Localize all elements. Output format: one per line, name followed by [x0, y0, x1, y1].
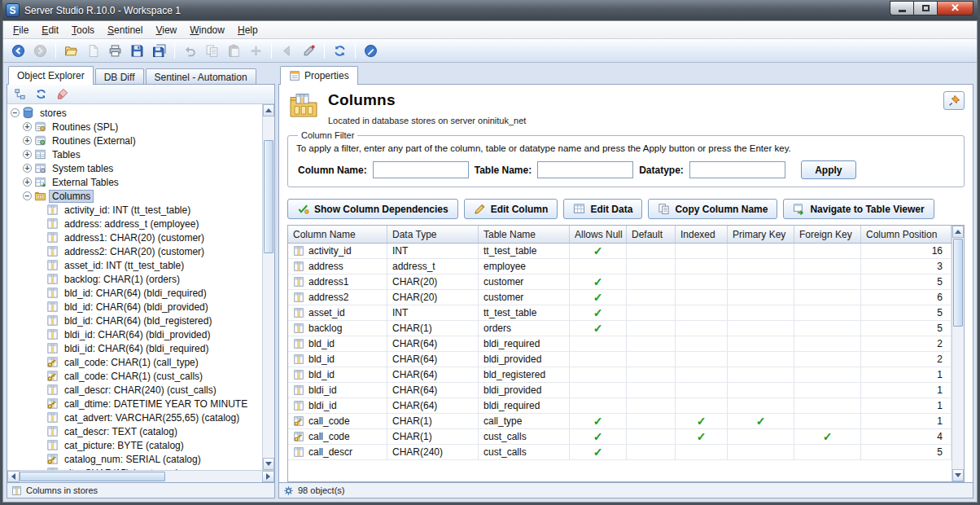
- column-header-column-name[interactable]: Column Name: [288, 226, 387, 243]
- expand-handle-icon[interactable]: +: [23, 164, 32, 173]
- tree-item-columns[interactable]: −Columns: [8, 189, 262, 203]
- menu-view[interactable]: View: [149, 23, 183, 37]
- datatype-input[interactable]: [689, 161, 785, 178]
- scroll-track[interactable]: [952, 238, 964, 469]
- copy-column-name-button[interactable]: Copy Column Name: [648, 199, 777, 219]
- column-header-column-position[interactable]: Column Position: [861, 226, 952, 243]
- column-header-default[interactable]: Default: [627, 226, 676, 243]
- refresh-button[interactable]: [32, 86, 50, 103]
- column-header-indexed[interactable]: Indexed: [676, 226, 728, 243]
- column-header-allows-null[interactable]: Allows Null: [570, 226, 627, 243]
- tree-item-bld-id[interactable]: bld_id: CHAR(64) (bldi_provided): [8, 300, 262, 314]
- menu-sentinel[interactable]: Sentinel: [101, 23, 149, 37]
- tree-item-cat-advert[interactable]: cat_advert: VARCHAR(255,65) (catalog): [8, 411, 262, 424]
- menu-tools[interactable]: Tools: [65, 23, 101, 37]
- column-header-foreign-key[interactable]: Foreign Key: [794, 226, 861, 243]
- scroll-left-button[interactable]: [7, 471, 20, 482]
- scrollbar-thumb[interactable]: [20, 472, 165, 481]
- tree-item-system-tables[interactable]: +System tables: [8, 161, 262, 175]
- tree-item-bldi-id[interactable]: bldi_id: CHAR(64) (bldi_required): [8, 341, 262, 355]
- table-row[interactable]: address1CHAR(20)customer✓5: [288, 274, 952, 290]
- tree-item-asset-id[interactable]: asset_id: INT (tt_test_table): [8, 258, 262, 272]
- tree-horizontal-scrollbar[interactable]: [7, 470, 274, 482]
- scrollbar-thumb[interactable]: [264, 140, 273, 253]
- table-row[interactable]: bldi_idCHAR(64)bldi_required1: [288, 398, 952, 414]
- collapse-handle-icon[interactable]: −: [11, 108, 20, 117]
- scroll-track[interactable]: [263, 116, 274, 458]
- menu-window[interactable]: Window: [183, 23, 231, 37]
- tree-item-cat-descr[interactable]: cat_descr: TEXT (catalog): [8, 424, 262, 438]
- scroll-down-button[interactable]: [952, 469, 964, 481]
- tree-item-call-dtime[interactable]: call_dtime: DATETIME YEAR TO MINUTE: [8, 397, 262, 411]
- table-name-input[interactable]: [537, 161, 633, 178]
- tree-item-stores[interactable]: −stores: [8, 106, 262, 120]
- tree-item-external-tables[interactable]: +External Tables: [8, 175, 262, 189]
- object-tree-button[interactable]: [11, 86, 28, 103]
- table-row[interactable]: backlogCHAR(1)orders✓5: [288, 321, 952, 336]
- table-row[interactable]: activity_idINTtt_test_table✓16: [288, 244, 952, 259]
- column-header-table-name[interactable]: Table Name: [479, 226, 570, 243]
- scroll-track[interactable]: [20, 471, 262, 482]
- print-button[interactable]: [105, 42, 125, 60]
- table-row[interactable]: bldi_idCHAR(64)bldi_provided1: [288, 383, 952, 398]
- expand-handle-icon[interactable]: +: [23, 122, 32, 131]
- pin-button[interactable]: [943, 91, 965, 110]
- minimize-button[interactable]: [890, 1, 913, 15]
- back-button[interactable]: [8, 42, 28, 60]
- expand-handle-icon[interactable]: +: [23, 178, 32, 187]
- table-row[interactable]: call_codeCHAR(1)cust_calls✓✓✓4: [288, 429, 952, 445]
- menu-edit[interactable]: Edit: [35, 23, 65, 37]
- table-row[interactable]: call_descrCHAR(240)cust_calls✓5: [288, 445, 952, 460]
- tree-item-backlog[interactable]: backlog: CHAR(1) (orders): [8, 272, 262, 286]
- tree-item-cat-picture[interactable]: cat_picture: BYTE (catalog): [8, 438, 262, 452]
- tree-item-bldi-id[interactable]: bldi_id: CHAR(64) (bldi_provided): [8, 327, 262, 341]
- title-bar[interactable]: S Server Studio R.10.0 - Workspace 1 ✕: [2, 0, 978, 20]
- table-row[interactable]: addressaddress_temployee3: [288, 259, 952, 274]
- tree-item-call-descr[interactable]: call_descr: CHAR(240) (cust_calls): [8, 383, 262, 397]
- apply-button[interactable]: Apply: [801, 160, 856, 179]
- tree-item-call-code[interactable]: call_code: CHAR(1) (call_type): [8, 355, 262, 369]
- scroll-down-button[interactable]: [263, 458, 274, 470]
- tab-sentinel-automation[interactable]: Sentinel - Automation: [146, 68, 256, 85]
- tab-properties[interactable]: Properties: [280, 66, 358, 85]
- clear-button[interactable]: [53, 86, 71, 103]
- scroll-right-button[interactable]: [262, 471, 274, 482]
- tree-item-routines-external[interactable]: +Routines (External): [8, 134, 262, 147]
- maximize-button[interactable]: [913, 1, 937, 15]
- table-row[interactable]: asset_idINTtt_test_table✓5: [288, 305, 952, 321]
- menu-file[interactable]: File: [7, 23, 35, 37]
- open-folder-button[interactable]: [61, 42, 81, 60]
- tree-item-catalog-num[interactable]: catalog_num: SERIAL (catalog): [8, 452, 262, 466]
- scrollbar-thumb[interactable]: [953, 239, 963, 327]
- menu-help[interactable]: Help: [231, 23, 265, 37]
- tab-object-explorer[interactable]: Object Explorer: [8, 66, 94, 85]
- table-row[interactable]: bld_idCHAR(64)bld_registered1: [288, 367, 952, 383]
- navigate-to-table-viewer-button[interactable]: Navigate to Table Viewer: [783, 199, 934, 219]
- sql-editor-button[interactable]: [361, 42, 381, 60]
- tree-item-routines-spl[interactable]: +Routines (SPL): [8, 120, 262, 134]
- tree-item-address1[interactable]: address1: CHAR(20) (customer): [8, 231, 262, 244]
- edit-column-button[interactable]: Edit Column: [464, 199, 558, 219]
- tree-item-call-code[interactable]: call_code: CHAR(1) (cust_calls): [8, 369, 262, 383]
- scroll-up-button[interactable]: [952, 226, 964, 238]
- table-row[interactable]: bld_idCHAR(64)bldi_provided2: [288, 352, 952, 367]
- column-header-primary-key[interactable]: Primary Key: [728, 226, 794, 243]
- tree-vertical-scrollbar[interactable]: [262, 104, 274, 470]
- table-row[interactable]: address2CHAR(20)customer✓6: [288, 290, 952, 305]
- run-button[interactable]: [299, 42, 319, 60]
- tree-item-address[interactable]: address: address_t (employee): [8, 217, 262, 231]
- save-all-button[interactable]: [149, 42, 169, 60]
- show-column-dependencies-button[interactable]: Show Column Dependencies: [287, 199, 458, 219]
- edit-data-button[interactable]: Edit Data: [563, 199, 642, 219]
- tree-item-activity-id[interactable]: activity_id: INT (tt_test_table): [8, 203, 262, 217]
- column-header-data-type[interactable]: Data Type: [387, 226, 479, 243]
- expand-handle-icon[interactable]: +: [23, 150, 32, 159]
- tree-item-address2[interactable]: address2: CHAR(20) (customer): [8, 244, 262, 258]
- save-button[interactable]: [127, 42, 147, 60]
- expand-handle-icon[interactable]: +: [23, 136, 32, 145]
- tree-item-bld-id[interactable]: bld_id: CHAR(64) (bld_registered): [8, 314, 262, 327]
- table-vertical-scrollbar[interactable]: [952, 226, 964, 481]
- tree-item-bld-id[interactable]: bld_id: CHAR(64) (bldi_required): [8, 286, 262, 300]
- close-button[interactable]: ✕: [937, 1, 973, 15]
- table-row[interactable]: bld_idCHAR(64)bldi_required2: [288, 336, 952, 352]
